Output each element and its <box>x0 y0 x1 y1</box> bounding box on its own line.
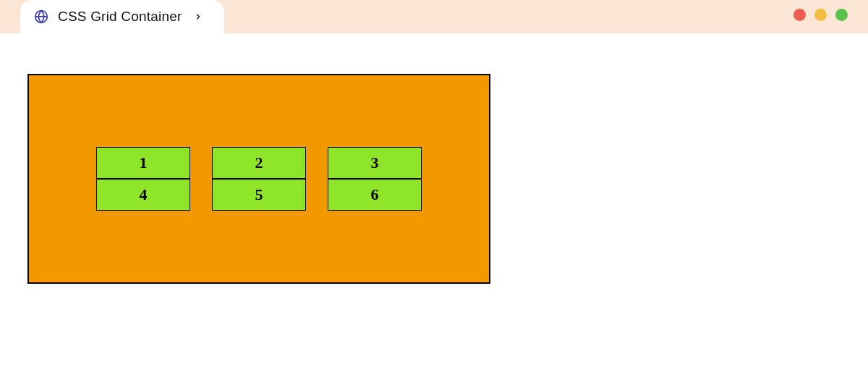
page-content: 1 2 3 4 5 6 <box>0 33 868 375</box>
window-minimize-button[interactable] <box>814 9 827 21</box>
browser-tab[interactable]: CSS Grid Container <box>20 0 224 33</box>
tab-title: CSS Grid Container <box>58 9 182 25</box>
window-close-button[interactable] <box>793 9 806 21</box>
chevron-right-icon <box>192 11 204 22</box>
window-controls <box>793 9 848 21</box>
window-maximize-button[interactable] <box>835 9 848 21</box>
tab-bar: CSS Grid Container <box>0 0 868 33</box>
grid-cell: 6 <box>328 179 422 211</box>
grid-container: 1 2 3 4 5 6 <box>27 74 490 284</box>
grid: 1 2 3 4 5 6 <box>96 147 422 211</box>
grid-cell: 2 <box>212 147 306 179</box>
grid-cell: 5 <box>212 179 306 211</box>
grid-cell: 3 <box>328 147 422 179</box>
grid-cell: 4 <box>96 179 190 211</box>
globe-icon <box>33 9 49 25</box>
browser-window: CSS Grid Container 1 2 3 4 5 6 <box>0 0 868 375</box>
grid-cell: 1 <box>96 147 190 179</box>
